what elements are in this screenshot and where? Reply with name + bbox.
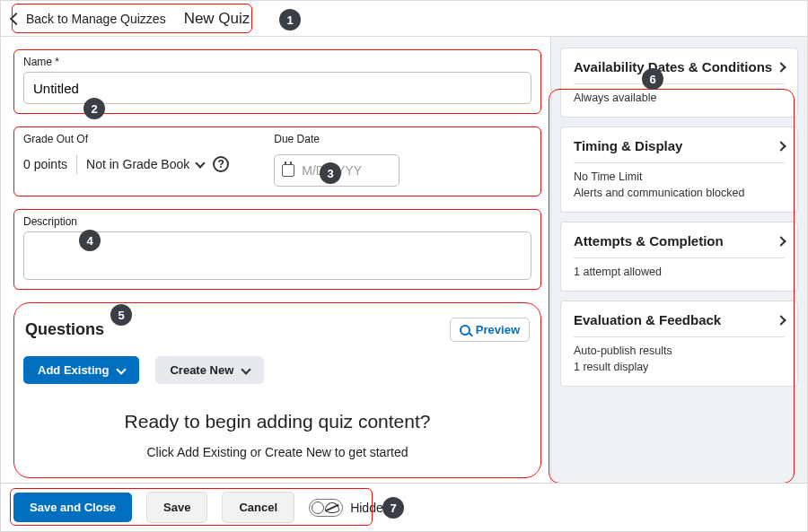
grade-due-section: Grade Out Of 0 points Not in Grade Book … (13, 126, 541, 196)
annotation-marker-1: 1 (279, 9, 301, 31)
annotation-marker-3: 3 (320, 162, 341, 184)
attempts-line: 1 attempt allowed (574, 266, 785, 278)
chevron-right-icon (776, 315, 786, 325)
chevron-left-icon (10, 12, 22, 24)
calendar-icon (282, 164, 294, 177)
preview-button[interactable]: Preview (450, 318, 530, 342)
grade-out-of-label: Grade Out Of (23, 133, 229, 145)
chevron-right-icon (776, 62, 786, 72)
gradebook-dropdown[interactable]: Not in Grade Book (86, 157, 204, 171)
chevron-down-icon (117, 364, 127, 374)
annotation-marker-5: 5 (110, 304, 132, 326)
chevron-down-icon (242, 364, 251, 374)
add-existing-button[interactable]: Add Existing (23, 356, 139, 384)
save-button[interactable]: Save (146, 492, 207, 523)
timing-title: Timing & Display (574, 138, 682, 153)
add-existing-label: Add Existing (38, 363, 109, 377)
settings-rail: Availability Dates & Conditions Always a… (550, 37, 807, 483)
grade-points: 0 points (23, 157, 67, 171)
questions-section: Questions Preview 5 Add Existing Create … (13, 302, 541, 478)
availability-panel[interactable]: Availability Dates & Conditions Always a… (560, 48, 798, 118)
chevron-down-icon (196, 158, 206, 168)
annotation-marker-6: 6 (642, 68, 663, 90)
back-label: Back to Manage Quizzes (26, 12, 166, 26)
timing-line-2: Alerts and communication blocked (574, 187, 785, 199)
questions-empty-heading: Ready to begin adding quiz content? (23, 411, 531, 432)
evaluation-title: Evaluation & Feedback (574, 312, 721, 327)
save-and-close-button[interactable]: Save and Close (13, 493, 132, 522)
description-label: Description (23, 215, 531, 228)
evaluation-line-2: 1 result display (574, 361, 785, 373)
page-title: New Quiz (184, 10, 250, 28)
preview-icon (460, 325, 470, 336)
availability-line: Always available (574, 92, 785, 104)
evaluation-line-1: Auto-publish results (574, 344, 785, 357)
create-new-label: Create New (170, 363, 233, 377)
attempts-title: Attempts & Completion (574, 233, 724, 249)
chevron-right-icon (776, 141, 786, 151)
annotation-marker-7: 7 (382, 497, 404, 519)
name-label: Name * (23, 56, 531, 68)
timing-line-1: No Time Limit (574, 170, 785, 183)
chevron-right-icon (776, 236, 786, 246)
evaluation-panel[interactable]: Evaluation & Feedback Auto-publish resul… (560, 301, 798, 387)
back-to-manage-quizzes[interactable]: Back to Manage Quizzes (12, 12, 166, 26)
questions-empty-sub: Click Add Existing or Create New to get … (23, 445, 531, 459)
annotation-marker-4: 4 (79, 230, 101, 251)
create-new-button[interactable]: Create New (155, 356, 264, 384)
annotation-marker-2: 2 (83, 98, 105, 119)
grade-help-icon[interactable]: ? (213, 156, 229, 172)
preview-label: Preview (476, 323, 520, 336)
due-date-label: Due Date (274, 133, 400, 145)
cancel-button[interactable]: Cancel (222, 492, 294, 523)
timing-display-panel[interactable]: Timing & Display No Time Limit Alerts an… (560, 126, 798, 213)
questions-title: Questions (25, 320, 104, 339)
hidden-icon (325, 502, 339, 513)
availability-title: Availability Dates & Conditions (574, 59, 772, 74)
attempts-panel[interactable]: Attempts & Completion 1 attempt allowed (560, 222, 798, 292)
visibility-toggle[interactable]: Hidden (309, 499, 390, 517)
gradebook-status: Not in Grade Book (86, 157, 189, 171)
